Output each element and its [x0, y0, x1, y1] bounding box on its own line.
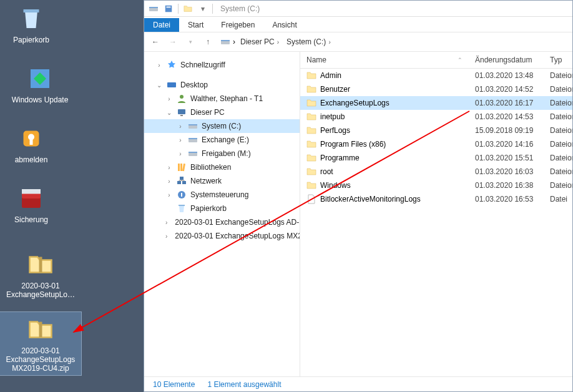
- address-bar: ← → ▾ ↑ › Dieser PC› System (C:)›: [144, 32, 572, 52]
- tab-start[interactable]: Start: [179, 18, 212, 32]
- file-list-pane: Name⌃ Änderungsdatum Typ Admin01.03.2020…: [300, 52, 572, 376]
- file-name: Windows: [320, 181, 351, 190]
- quick-access-toolbar: ▾ System (C:): [144, 1, 572, 17]
- nav-zip-ad[interactable]: ›2020-03-01 ExchangeSetupLogs AD-: [144, 215, 300, 229]
- table-row[interactable]: Admin01.03.2020 13:48Dateior: [300, 69, 572, 82]
- desktop-icon-label: Papierkorb: [7, 36, 55, 45]
- zip-icon: [26, 250, 56, 280]
- desktop-icon-zip-2[interactable]: 2020-03-01 ExchangeSetupLogs MX2019-CU4.…: [0, 312, 81, 375]
- file-name: ExchangeSetupLogs: [320, 99, 389, 107]
- up-button[interactable]: ↑: [200, 34, 215, 49]
- separator: [212, 4, 213, 14]
- tab-ansicht[interactable]: Ansicht: [263, 18, 305, 32]
- desktop-icon-label: 2020-03-01 ExchangeSetupLogs MX2019-CU4.…: [2, 347, 79, 373]
- folder-icon: [306, 180, 316, 190]
- separator: [178, 4, 179, 14]
- chevron-right-icon[interactable]: ›: [233, 37, 235, 46]
- recent-dropdown[interactable]: ▾: [183, 34, 198, 49]
- status-bar: 10 Elemente 1 Element ausgewählt: [144, 376, 572, 391]
- status-count: 10 Elemente: [153, 380, 195, 389]
- table-row[interactable]: Benutzer01.03.2020 14:52Dateior: [300, 82, 572, 96]
- nav-bibliotheken[interactable]: ›Bibliotheken: [144, 160, 300, 174]
- pc-icon: [177, 107, 187, 117]
- desktop-icon-windows-update[interactable]: Windows Update: [5, 61, 75, 107]
- file-type: Dateior: [544, 84, 572, 94]
- nav-desktop[interactable]: ⌄Desktop: [144, 78, 300, 92]
- file-rows[interactable]: Admin01.03.2020 13:48DateiorBenutzer01.0…: [300, 69, 572, 376]
- table-row[interactable]: inetpub01.03.2020 14:53Dateior: [300, 110, 572, 124]
- star-icon: [167, 60, 177, 70]
- nav-dieser-pc[interactable]: ⌄Dieser PC: [144, 105, 300, 119]
- breadcrumb-drive[interactable]: System (C:)›: [284, 36, 333, 47]
- column-type[interactable]: Typ: [544, 54, 572, 66]
- file-date: 01.03.2020 16:17: [469, 98, 544, 108]
- nav-schnellzugriff[interactable]: ›Schnellzugriff: [144, 58, 300, 72]
- folder-icon: [306, 84, 316, 94]
- file-icon: [306, 194, 316, 204]
- back-button[interactable]: ←: [148, 34, 163, 49]
- table-row[interactable]: BitlockerActiveMonitoringLogs01.03.2020 …: [300, 192, 572, 206]
- breadcrumb-pc[interactable]: Dieser PC›: [238, 36, 282, 47]
- nav-system-c[interactable]: ›System (C:): [144, 119, 300, 133]
- tab-datei[interactable]: Datei: [144, 18, 179, 32]
- nav-papierkorb[interactable]: Papierkorb: [144, 202, 300, 215]
- disk-icon: [188, 135, 198, 145]
- explorer-body: ›Schnellzugriff ⌄Desktop ›Walther, Steph…: [144, 52, 572, 376]
- nav-user[interactable]: ›Walther, Stephan - T1: [144, 92, 300, 105]
- nav-systemsteuerung[interactable]: ›Systemsteuerung: [144, 188, 300, 202]
- status-selected: 1 Element ausgewählt: [207, 380, 281, 389]
- folder-icon: [306, 98, 316, 108]
- table-row[interactable]: PerfLogs15.09.2018 09:19Dateior: [300, 124, 572, 137]
- folder-icon: [306, 167, 316, 177]
- monitor-icon: [167, 80, 177, 90]
- tab-freigeben[interactable]: Freigeben: [212, 18, 263, 32]
- nav-exchange-e[interactable]: ›Exchange (E:): [144, 133, 300, 147]
- forward-button[interactable]: →: [165, 34, 180, 49]
- file-type: Dateior: [544, 167, 572, 177]
- table-row[interactable]: root01.03.2020 16:03Dateior: [300, 165, 572, 179]
- ribbon-tabs: Datei Start Freigeben Ansicht: [144, 17, 572, 32]
- desktop-icon-papierkorb[interactable]: Papierkorb: [5, 1, 57, 47]
- update-icon: [25, 64, 55, 94]
- table-row[interactable]: Program Files (x86)01.03.2020 14:16Datei…: [300, 137, 572, 151]
- table-row[interactable]: Programme01.03.2020 15:51Dateior: [300, 151, 572, 165]
- file-name: Benutzer: [320, 85, 350, 94]
- nav-netzwerk[interactable]: ›Netzwerk: [144, 174, 300, 188]
- file-name: BitlockerActiveMonitoringLogs: [320, 195, 421, 203]
- file-type: Dateior: [544, 180, 572, 190]
- properties-button[interactable]: [163, 3, 174, 14]
- desktop-icon-abmelden[interactable]: abmelden: [5, 121, 57, 167]
- desktop-icon-label: Windows Update: [7, 96, 72, 105]
- desktop-icon-sicherung[interactable]: Sicherung: [5, 181, 57, 227]
- folder-icon: [306, 71, 316, 81]
- file-date: 01.03.2020 15:51: [469, 153, 544, 163]
- table-row[interactable]: ExchangeSetupLogs01.03.2020 16:17Dateior: [300, 96, 572, 110]
- nav-freigaben-m[interactable]: ›Freigaben (M:): [144, 147, 300, 160]
- file-type: Dateior: [544, 153, 572, 163]
- sort-asc-icon: ⌃: [458, 57, 463, 63]
- file-date: 01.03.2020 14:16: [469, 139, 544, 149]
- file-date: 01.03.2020 16:53: [469, 194, 544, 204]
- new-folder-button[interactable]: [182, 3, 193, 14]
- disk-icon: [188, 121, 198, 131]
- column-name[interactable]: Name⌃: [300, 54, 469, 66]
- navigation-pane[interactable]: ›Schnellzugriff ⌄Desktop ›Walther, Steph…: [144, 52, 300, 376]
- window-title: System (C:): [220, 4, 260, 13]
- drive-icon: [148, 3, 159, 14]
- file-type: Dateior: [544, 125, 572, 135]
- file-type: Dateior: [544, 71, 572, 81]
- column-date[interactable]: Änderungsdatum: [469, 54, 544, 66]
- breadcrumb[interactable]: › Dieser PC› System (C:)›: [220, 36, 569, 47]
- nav-zip-mx[interactable]: ›2020-03-01 ExchangeSetupLogs MX2: [144, 229, 300, 243]
- file-type: Dateior: [544, 112, 572, 122]
- desktop-icon-zip-1[interactable]: 2020-03-01 ExchangeSetupLo…: [0, 247, 81, 302]
- table-row[interactable]: Windows01.03.2020 16:38Dateior: [300, 179, 572, 192]
- svg-rect-18: [30, 139, 33, 145]
- file-name: inetpub: [320, 112, 345, 121]
- file-type: Dateior: [544, 98, 572, 108]
- file-name: Program Files (x86): [320, 140, 386, 149]
- folder-icon: [306, 125, 316, 135]
- qat-menu-button[interactable]: ▾: [197, 3, 208, 14]
- network-icon: [177, 176, 187, 186]
- user-icon: [177, 94, 187, 104]
